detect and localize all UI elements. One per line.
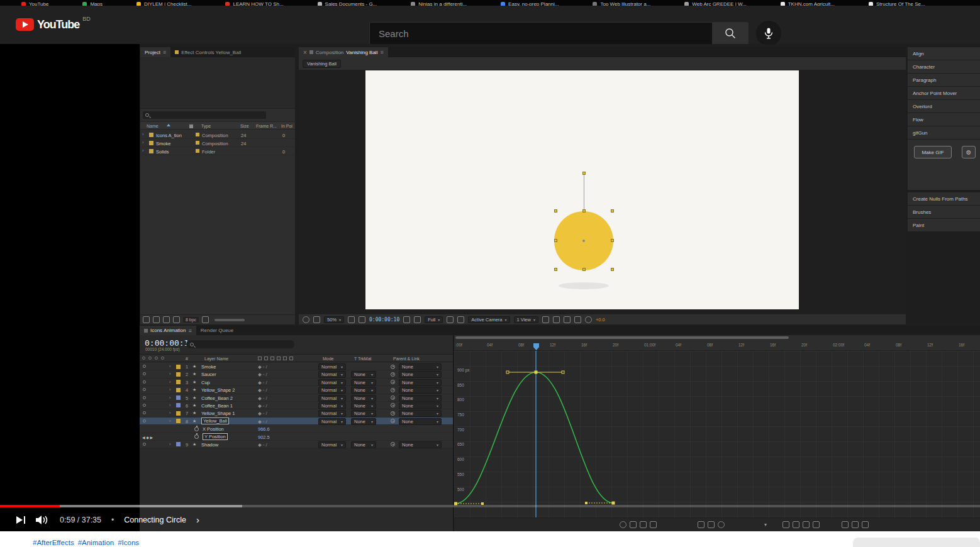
solo-column-icon[interactable] xyxy=(155,356,158,360)
tab-render-queue[interactable]: Render Queue xyxy=(196,326,238,335)
easy-ease-icon[interactable] xyxy=(852,521,859,528)
property-row-x-position[interactable]: X Position 966.6 xyxy=(140,425,453,433)
selection-handle[interactable] xyxy=(554,268,557,271)
snapshot-icon[interactable] xyxy=(708,521,715,528)
mic-button[interactable] xyxy=(756,21,781,46)
video-player[interactable]: Project Effect Controls Yellow_Ball Name… xyxy=(0,44,980,531)
expand-chevron-icon[interactable] xyxy=(169,441,171,447)
project-row[interactable]: Solids Folder 0 xyxy=(140,147,295,155)
blend-mode-dropdown[interactable]: Normal xyxy=(318,363,346,370)
selection-handle[interactable] xyxy=(611,209,614,213)
tab-project[interactable]: Project xyxy=(140,47,170,57)
reset-exposure-icon[interactable] xyxy=(585,316,592,323)
layer-switches[interactable] xyxy=(258,403,267,409)
layer-row[interactable]: 3 Cup Normal None None xyxy=(140,378,453,386)
region-of-interest-icon[interactable] xyxy=(447,316,454,323)
tangent-handle-end[interactable] xyxy=(506,371,509,373)
col-mode[interactable]: Mode xyxy=(323,356,334,361)
layer-color-swatch[interactable] xyxy=(176,388,181,392)
col-parent-link[interactable]: Parent & Link xyxy=(393,356,420,361)
layer-switches[interactable] xyxy=(258,387,267,393)
hashtag-link[interactable]: #Animation xyxy=(78,539,114,546)
show-expressions-icon[interactable] xyxy=(650,521,657,528)
separate-dimensions-icon[interactable] xyxy=(782,521,789,528)
timeline-button-icon[interactable] xyxy=(564,316,571,323)
pickwhip-icon[interactable] xyxy=(391,388,395,392)
stopwatch-icon[interactable] xyxy=(194,427,199,431)
make-gif-button[interactable]: Make GIF xyxy=(914,146,952,158)
layer-name[interactable]: Saucer xyxy=(201,372,216,377)
panel-tab[interactable]: Overlord xyxy=(908,100,980,113)
tab-composition[interactable]: Composition Vanishing Ball xyxy=(299,47,388,57)
gifgun-settings-button[interactable] xyxy=(962,146,976,158)
parent-dropdown[interactable]: None xyxy=(399,395,442,402)
interpret-footage-icon[interactable] xyxy=(143,316,150,323)
show-snapshot-icon[interactable] xyxy=(414,316,421,323)
blend-mode-dropdown[interactable]: Normal xyxy=(318,395,346,402)
panel-menu-icon[interactable] xyxy=(188,328,191,334)
layer-switches[interactable] xyxy=(258,372,267,377)
blend-mode-dropdown[interactable]: Normal xyxy=(318,402,346,409)
selection-handle[interactable] xyxy=(582,209,586,213)
new-folder-icon[interactable] xyxy=(153,316,160,323)
youtube-logo[interactable]: YouTube BD xyxy=(16,18,91,31)
keyframe[interactable] xyxy=(535,371,538,374)
video-progress-bar[interactable] xyxy=(0,505,980,507)
volume-button[interactable] xyxy=(36,515,50,525)
eye-icon[interactable] xyxy=(143,396,146,399)
shy-icon[interactable] xyxy=(258,356,262,360)
expand-chevron-icon[interactable] xyxy=(169,379,171,385)
expand-chevron-icon[interactable] xyxy=(169,371,171,377)
pickwhip-icon[interactable] xyxy=(391,411,395,416)
layer-row-selected[interactable]: 8 Yellow_Ball Normal None None xyxy=(140,417,453,425)
layer-switches[interactable] xyxy=(258,364,267,370)
layer-switches[interactable] xyxy=(258,419,267,424)
anchor-point[interactable] xyxy=(582,240,585,242)
motion-blur-icon[interactable] xyxy=(283,356,287,360)
always-preview-icon[interactable] xyxy=(303,316,309,323)
expand-chevron-icon[interactable] xyxy=(142,148,144,153)
project-row[interactable]: Smoke Composition 24 xyxy=(140,139,295,147)
col-trkmat[interactable]: T TrkMat xyxy=(354,356,371,361)
trkmat-dropdown[interactable]: None xyxy=(351,371,376,378)
stopwatch-icon[interactable] xyxy=(194,434,199,439)
blend-mode-dropdown[interactable]: Normal xyxy=(318,387,346,394)
eye-icon[interactable] xyxy=(143,388,146,391)
bookmark-item[interactable]: Top Web Illustrator a... xyxy=(593,1,650,6)
blend-mode-dropdown[interactable]: Normal xyxy=(318,418,346,425)
selection-handle[interactable] xyxy=(554,209,557,213)
trkmat-dropdown[interactable]: None xyxy=(351,418,376,425)
transform-box-icon[interactable] xyxy=(698,521,704,528)
project-row[interactable]: Icons A_tion Composition 24 0 xyxy=(140,131,295,139)
transparency-grid-icon[interactable] xyxy=(457,316,464,323)
bookmark-item[interactable]: LEARN HOW TO Sh... xyxy=(225,1,283,6)
panel-tab[interactable]: gifGun xyxy=(908,126,980,139)
snapshot-camera-icon[interactable] xyxy=(403,316,410,323)
flowchart-icon[interactable] xyxy=(574,316,581,323)
new-composition-icon[interactable] xyxy=(163,316,170,323)
expand-chevron-icon[interactable] xyxy=(169,387,171,392)
pixel-aspect-icon[interactable] xyxy=(542,316,549,323)
comp-timecode[interactable]: 0:00:00:10 xyxy=(369,317,399,323)
layer-color-swatch[interactable] xyxy=(176,419,181,423)
blend-mode-dropdown[interactable]: Normal xyxy=(318,410,346,417)
layer-color-swatch[interactable] xyxy=(176,442,181,446)
layer-color-swatch[interactable] xyxy=(176,372,181,377)
magnification-icon[interactable] xyxy=(313,316,320,323)
tab-icons-animation[interactable]: Icons Animation xyxy=(140,326,196,335)
expand-chevron-icon[interactable] xyxy=(169,410,171,416)
bookmark-item[interactable]: Maps xyxy=(82,1,103,6)
layer-switches[interactable] xyxy=(258,395,267,401)
layer-name[interactable]: Yellow_Shape 1 xyxy=(201,411,235,416)
trkmat-dropdown[interactable]: None xyxy=(351,395,376,402)
expand-chevron-icon[interactable] xyxy=(169,395,171,401)
panel-tab[interactable]: Paint xyxy=(908,219,980,231)
parent-dropdown[interactable]: None xyxy=(399,371,442,378)
panel-tab[interactable]: Character xyxy=(908,60,980,73)
layer-row[interactable]: 4 Yellow_Shape 2 Normal None None xyxy=(140,386,453,394)
panel-tab[interactable]: Paragraph xyxy=(908,74,980,86)
col-frame-rate[interactable]: Frame R... xyxy=(256,124,277,128)
trkmat-dropdown[interactable]: None xyxy=(351,379,376,386)
parent-dropdown[interactable]: None xyxy=(399,379,442,386)
panel-menu-icon[interactable] xyxy=(163,49,166,55)
